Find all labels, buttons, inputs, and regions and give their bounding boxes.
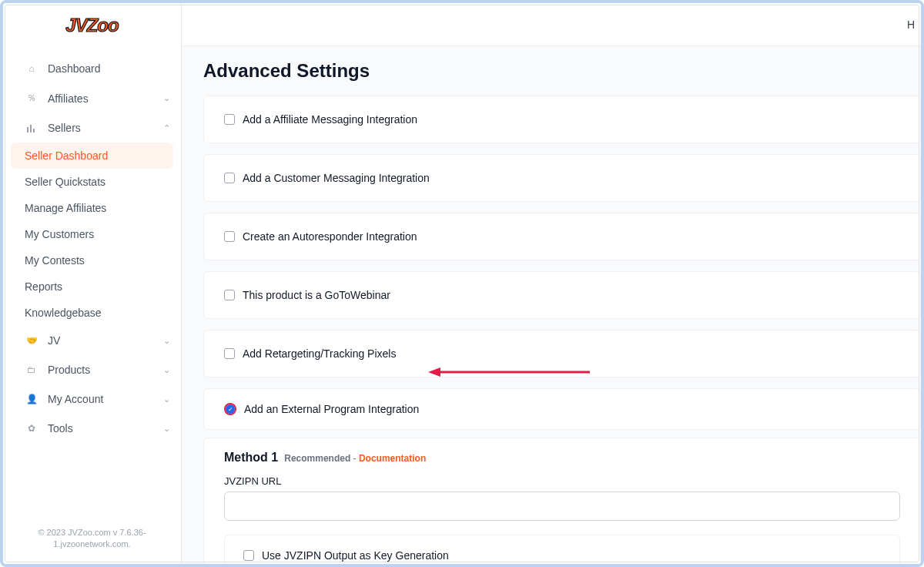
chevron-down-icon: ⌄ [163, 365, 170, 375]
sidebar-nav: ⌂ Dashboard ％ Affiliates ⌄ Sellers ⌃ S [3, 48, 181, 518]
svg-marker-4 [428, 367, 440, 377]
annotation-arrow [428, 367, 598, 379]
sidebar-item-my-customers[interactable]: My Customers [3, 221, 181, 247]
recommended-label: Recommended [284, 453, 350, 464]
sidebar-item-label: Seller Quickstats [25, 176, 105, 188]
content: Advanced Settings Add a Affiliate Messag… [182, 46, 921, 564]
sidebar: JVZoo ⌂ Dashboard ％ Affiliates ⌄ Sellers [3, 3, 182, 564]
logo[interactable]: JVZoo [3, 3, 181, 48]
sidebar-item-my-account[interactable]: 👤 My Account ⌄ [3, 384, 181, 414]
checkbox[interactable] [224, 173, 235, 183]
setting-card-autoresponder[interactable]: Create an Autoresponder Integration [203, 213, 921, 260]
method-title: Method 1 [224, 451, 278, 465]
home-icon: ⌂ [25, 63, 38, 74]
svg-rect-0 [27, 127, 28, 133]
sidebar-item-label: Knowledgebase [25, 307, 102, 319]
sidebar-item-my-contests[interactable]: My Contests [3, 247, 181, 273]
sidebar-item-label: My Customers [25, 228, 94, 240]
checkbox-checked[interactable]: ✓ [224, 403, 236, 415]
setting-card-gotowebinar[interactable]: This product is a GoToWebinar [203, 271, 921, 319]
topbar-right-cut: H [907, 18, 915, 31]
user-icon: 👤 [25, 394, 38, 404]
sidebar-item-label: JV [48, 334, 60, 347]
bars-icon [25, 123, 38, 133]
footer-text: © 2023 JVZoo.com v 7.6.36- [18, 527, 166, 538]
key-gen-card: Use JVZIPN Output as Key Generation [224, 535, 900, 564]
setting-card-external-integration[interactable]: ✓ Add an External Program Integration [203, 388, 921, 430]
checkbox[interactable] [224, 290, 235, 300]
setting-label: Add a Customer Messaging Integration [243, 172, 430, 184]
check-icon: ✓ [228, 406, 233, 413]
jvzipn-url-label: JVZIPN URL [224, 475, 900, 487]
sidebar-item-sellers[interactable]: Sellers ⌃ [3, 113, 181, 143]
sidebar-item-jv[interactable]: 🤝 JV ⌄ [3, 326, 181, 355]
setting-card-affiliate-messaging[interactable]: Add a Affiliate Messaging Integration [203, 96, 921, 143]
logo-text: JVZoo [65, 15, 118, 35]
sidebar-item-seller-quickstats[interactable]: Seller Quickstats [3, 169, 181, 195]
sidebar-item-dashboard[interactable]: ⌂ Dashboard [3, 54, 181, 83]
sidebar-item-reports[interactable]: Reports [3, 273, 181, 300]
gear-icon: ✿ [25, 423, 38, 434]
sidebar-item-manage-affiliates[interactable]: Manage Affiliates [3, 195, 181, 221]
setting-card-customer-messaging[interactable]: Add a Customer Messaging Integration [203, 154, 921, 202]
sidebar-item-label: My Contests [25, 254, 85, 267]
main: H Advanced Settings Add a Affiliate Mess… [182, 3, 921, 564]
setting-label: Add Retargeting/Tracking Pixels [243, 347, 396, 360]
key-gen-label: Use JVZIPN Output as Key Generation [262, 549, 449, 562]
sidebar-item-products[interactable]: 🗀 Products ⌄ [3, 355, 181, 384]
svg-rect-1 [30, 125, 32, 133]
chevron-down-icon: ⌄ [163, 336, 170, 346]
sidebar-item-label: My Account [48, 393, 103, 405]
sidebar-item-seller-dashboard[interactable]: Seller Dashboard [11, 143, 173, 169]
page-title: Advanced Settings [203, 60, 921, 82]
sidebar-item-label: Tools [48, 422, 73, 434]
recommended-doc: Recommended - Documentation [284, 453, 426, 464]
chevron-down-icon: ⌄ [163, 424, 170, 434]
footer-text: 1.jvzoonetwork.com. [18, 538, 166, 550]
topbar: H [182, 3, 921, 46]
documentation-link[interactable]: Documentation [359, 453, 426, 464]
checkbox[interactable] [224, 348, 235, 359]
handshake-icon: 🤝 [25, 335, 38, 346]
sidebar-item-label: Dashboard [48, 62, 101, 75]
checkbox[interactable] [224, 231, 235, 242]
setting-label: Add an External Program Integration [244, 403, 419, 415]
folder-icon: 🗀 [25, 364, 38, 375]
sidebar-item-tools[interactable]: ✿ Tools ⌄ [3, 414, 181, 443]
svg-rect-2 [33, 129, 35, 133]
chevron-down-icon: ⌄ [163, 93, 170, 103]
sidebar-item-label: Products [48, 364, 90, 376]
sidebar-item-label: Manage Affiliates [25, 202, 106, 214]
method-card: Method 1 Recommended - Documentation JVZ… [203, 438, 921, 564]
chevron-up-icon: ⌃ [163, 123, 170, 133]
checkbox[interactable] [224, 114, 235, 125]
setting-label: Add a Affiliate Messaging Integration [243, 113, 417, 126]
sidebar-item-knowledgebase[interactable]: Knowledgebase [3, 300, 181, 326]
checkbox[interactable] [243, 550, 254, 561]
setting-label: This product is a GoToWebinar [243, 289, 390, 301]
setting-label: Create an Autoresponder Integration [243, 230, 417, 243]
sidebar-item-label: Affiliates [48, 92, 89, 105]
sidebar-item-label: Sellers [48, 122, 81, 134]
link-icon: ％ [25, 92, 38, 105]
sidebar-item-label: Seller Dashboard [25, 149, 108, 162]
sidebar-item-label: Reports [25, 280, 62, 293]
sidebar-item-affiliates[interactable]: ％ Affiliates ⌄ [3, 83, 181, 113]
chevron-down-icon: ⌄ [163, 394, 170, 404]
jvzipn-url-input[interactable] [224, 492, 900, 521]
sidebar-footer: © 2023 JVZoo.com v 7.6.36- 1.jvzoonetwor… [3, 518, 181, 564]
